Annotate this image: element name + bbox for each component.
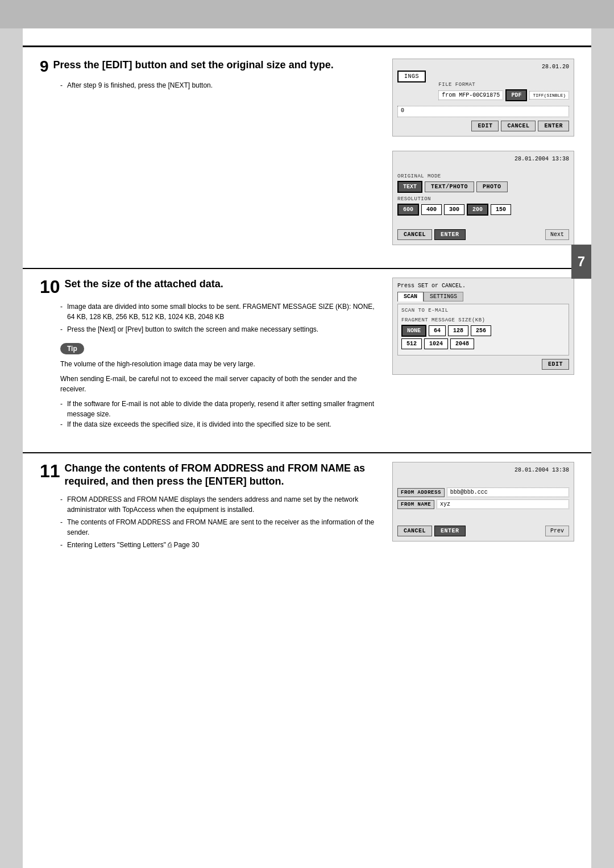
panel2-text-photo-btn[interactable]: TEXT/PHOTO — [425, 181, 474, 192]
step11-bullet-3: Entering Letters "Setting Letters" ⎙ Pag… — [60, 540, 375, 550]
panel1-cancel-btn[interactable]: CANCEL — [501, 121, 536, 131]
panel2-orig-mode-label: ORIGINAL MODE — [397, 173, 569, 179]
step9-title: Press the [EDIT] button and set the orig… — [53, 59, 334, 72]
panel4: 28.01.2004 13:38 FROM ADDRESS bbb@bbb.cc… — [392, 462, 574, 542]
panel2-cancel-btn[interactable]: CANCEL — [397, 229, 432, 240]
panel3-scan-to-label: SCAN TO E-MAIL — [401, 308, 565, 313]
panel1-from-field: from MFP-00C91875 — [438, 90, 503, 100]
step9-bullet-1: After step 9 is finished, press the [NEX… — [60, 80, 375, 90]
panel1: 28.01.20 INGS FILE FORMAT from MFP-00C91… — [392, 59, 574, 137]
panel3-btn-row: EDIT — [397, 359, 569, 370]
panel3: Press SET or CANCEL. SCAN SETTINGS SCAN … — [392, 278, 574, 375]
panel4-from-name-label: FROM NAME — [397, 500, 434, 509]
panel3-512-btn[interactable]: 512 — [401, 338, 422, 349]
panel2-datetime: 28.01.2004 13:38 — [397, 156, 569, 162]
step10-number: 10 — [40, 278, 60, 296]
tip-line-2: When sending E-mail, be careful not to e… — [60, 374, 375, 394]
panel4-cancel-btn[interactable]: CANCEL — [397, 526, 432, 536]
panel2-res-300[interactable]: 300 — [444, 204, 464, 215]
panel2-res-200[interactable]: 200 — [467, 204, 488, 216]
panel1-tab-ings[interactable]: INGS — [397, 71, 426, 82]
panel1-pdf-btn[interactable]: PDF — [505, 89, 527, 101]
step10-bullet-2: Press the [Next] or [Prev] button to swi… — [60, 324, 375, 334]
panel1-enter-btn[interactable]: ENTER — [538, 121, 569, 131]
panel3-256-btn[interactable]: 256 — [471, 325, 491, 336]
divider-step11 — [23, 452, 591, 453]
step9-number: 9 — [40, 59, 49, 75]
panel3-tab-scan[interactable]: SCAN — [397, 292, 424, 301]
panel1-file-format-label: FILE FORMAT — [438, 82, 569, 88]
step9-heading: 9 Press the [EDIT] button and set the or… — [40, 59, 375, 75]
tip-bullet-2: -If the data size exceeds the specified … — [60, 419, 375, 429]
panel2-btn-row: CANCEL ENTER Next — [397, 229, 569, 240]
panel4-btn-row: CANCEL ENTER Prev — [397, 526, 569, 536]
step9-body: After step 9 is finished, press the [NEX… — [60, 80, 375, 90]
panel4-datetime: 28.01.2004 13:38 — [397, 467, 569, 473]
step11-title: Change the contents of FROM ADDRESS and … — [65, 462, 375, 489]
panel2-enter-btn[interactable]: ENTER — [434, 229, 466, 240]
panel1-value-field: 0 — [397, 106, 569, 117]
step11-heading: 11 Change the contents of FROM ADDRESS a… — [40, 462, 375, 489]
panel1-datetime: 28.01.20 — [397, 64, 569, 70]
step10-title: Set the size of the attached data. — [65, 278, 223, 291]
panel4-from-address-value[interactable]: bbb@bbb.ccc — [447, 487, 569, 497]
panel3-2048-btn[interactable]: 2048 — [450, 338, 474, 349]
panel2-res-600[interactable]: 600 — [397, 204, 419, 216]
panel3-128-btn[interactable]: 128 — [448, 325, 468, 336]
step11-bullet-1: FROM ADDRESS and FROM NAME displays the … — [60, 494, 375, 515]
panel3-1024-btn[interactable]: 1024 — [424, 338, 448, 349]
panel2-res-label: RESOLUTION — [397, 196, 569, 202]
tip-bullet-1: -If the software for E-mail is not able … — [60, 399, 375, 419]
tip-label: Tip — [60, 343, 84, 354]
panel3-none-btn[interactable]: NONE — [401, 325, 426, 337]
panel4-prev-btn[interactable]: Prev — [545, 526, 569, 536]
panel1-edit-btn[interactable]: EDIT — [471, 121, 499, 131]
panel3-edit-btn[interactable]: EDIT — [542, 359, 569, 370]
panel2-res-150[interactable]: 150 — [491, 204, 511, 215]
panel3-press-note: Press SET or CANCEL. — [397, 283, 569, 289]
panel2-photo-btn[interactable]: PHOTO — [476, 181, 508, 192]
side-tab: 7 — [571, 245, 591, 279]
panel4-enter-btn[interactable]: ENTER — [434, 526, 466, 536]
panel2: 28.01.2004 13:38 ORIGINAL MODE TEXT TEXT… — [392, 151, 574, 245]
panel3-inner: SCAN TO E-MAIL FRAGMENT MESSAGE SIZE(KB)… — [397, 304, 569, 356]
divider-step10 — [23, 268, 591, 269]
panel2-next-btn[interactable]: Next — [545, 229, 569, 240]
panel2-text-btn[interactable]: TEXT — [397, 181, 422, 193]
step10-body: Image data are divided into some small b… — [60, 301, 375, 334]
panel2-res-400[interactable]: 400 — [421, 204, 442, 215]
panel3-tab-settings[interactable]: SETTINGS — [424, 292, 463, 301]
step10-heading: 10 Set the size of the attached data. — [40, 278, 375, 296]
step11-body: FROM ADDRESS and FROM NAME displays the … — [60, 494, 375, 550]
step10-bullet-1: Image data are divided into some small b… — [60, 301, 375, 322]
panel4-from-name-value[interactable]: xyz — [437, 499, 569, 509]
tip-line-1: The volume of the high-resolution image … — [60, 359, 375, 369]
panel4-from-address-label: FROM ADDRESS — [397, 488, 445, 497]
panel3-tab-strip: SCAN SETTINGS — [397, 292, 569, 301]
step11-number: 11 — [40, 462, 60, 480]
step11-bullet-2: The contents of FROM ADDRESS and FROM NA… — [60, 517, 375, 538]
panel3-fragment-label: FRAGMENT MESSAGE SIZE(KB) — [401, 317, 565, 323]
panel1-btn-row: EDIT CANCEL ENTER — [397, 121, 569, 131]
panel3-64-btn[interactable]: 64 — [429, 325, 446, 336]
panel1-tiff-btn[interactable]: TIFF(SINBLE) — [529, 91, 569, 100]
